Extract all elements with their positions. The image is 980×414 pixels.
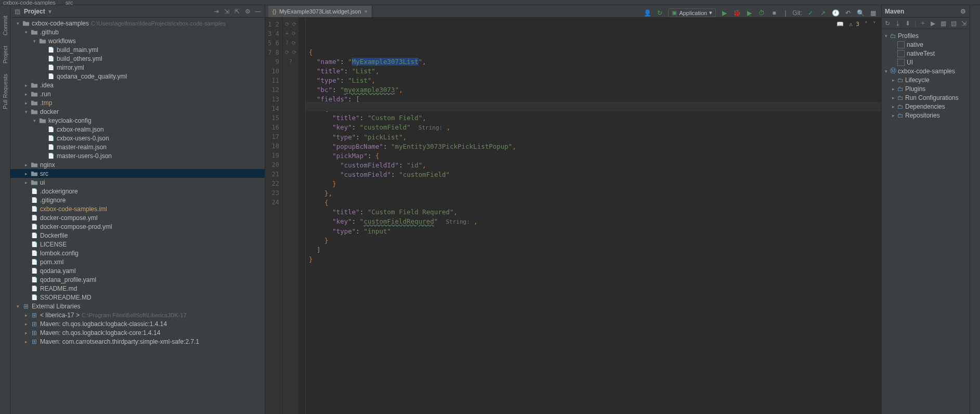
gear-icon[interactable]: ⚙ [959, 8, 966, 15]
git-rollback-icon[interactable]: ↶ [844, 9, 852, 17]
tree-row[interactable]: ▾⊞External Libraries [10, 302, 265, 310]
tree-row[interactable]: 📄cxbox-users-0.json [10, 134, 265, 143]
tree-row[interactable]: 📄docker-compose-prod.yml [10, 222, 265, 231]
folder-icon: 🗀 [890, 32, 896, 40]
tree-row[interactable]: 📄master-realm.json [10, 143, 265, 151]
close-tab-icon[interactable]: × [364, 8, 368, 15]
tree-row[interactable]: ▾cxbox-code-samplesC:\Users\agelfman\Ide… [10, 19, 265, 28]
generate-sources-icon[interactable]: ⭳ [894, 20, 901, 27]
collapse-icon[interactable]: ⇲ [960, 20, 968, 27]
git-push-icon[interactable]: ↗ [819, 9, 827, 17]
sync-icon[interactable]: ↻ [656, 9, 664, 17]
maven-tree[interactable]: ▾🗀Profiles native nativeTest UI ▾Ⓜcxbox-… [882, 29, 970, 122]
toggle-offline-icon[interactable]: ▦ [940, 20, 947, 27]
checkbox[interactable] [897, 41, 905, 48]
checkbox[interactable] [897, 59, 905, 66]
reload-icon[interactable]: ↻ [884, 20, 891, 27]
tree-row[interactable]: 📄cxbox-realm.json [10, 125, 265, 134]
pull-requests-tool[interactable]: Pull Requests [2, 74, 8, 109]
file-icon: 📄 [47, 73, 55, 79]
tree-row[interactable]: ▸⊞Maven: com.carrotsearch.thirdparty:sim… [10, 337, 265, 346]
gear-icon[interactable]: ⚙ [244, 8, 251, 15]
run-maven-icon[interactable]: ▶ [930, 20, 937, 27]
stop-icon[interactable]: ■ [770, 9, 778, 17]
fold-icon [30, 179, 38, 186]
commit-tool[interactable]: Commit [2, 16, 8, 35]
tree-row[interactable]: ▸ui [10, 178, 265, 187]
tree-row[interactable]: ▸src [10, 169, 265, 178]
ide-settings-icon[interactable]: ▦ [869, 9, 877, 17]
chevron-up-icon[interactable]: ˄ [865, 20, 868, 29]
tree-row[interactable]: 📄README.md [10, 284, 265, 293]
run-coverage-icon[interactable]: ▶̤ [745, 9, 753, 17]
tree-row[interactable]: ▸nginx [10, 160, 265, 169]
reader-mode-icon[interactable]: 📖 [837, 20, 844, 29]
tree-row[interactable]: 📄pom.xml [10, 257, 265, 266]
debug-icon[interactable]: 🐞 [733, 9, 741, 17]
tree-row[interactable]: ▾workflows [10, 36, 265, 45]
chevron-down-icon[interactable]: ˅ [873, 20, 876, 29]
tree-row[interactable]: 📄.gitignore [10, 196, 265, 204]
maven-item[interactable]: ▸🗀Plugins [883, 84, 969, 93]
tree-row[interactable]: ▸.run [10, 89, 265, 98]
tree-row[interactable]: ▾.github [10, 28, 265, 36]
user-icon[interactable]: 👤 [643, 9, 651, 17]
left-tool-strip: Commit Project Pull Requests [0, 5, 10, 414]
search-icon[interactable]: 🔍 [856, 9, 865, 17]
crumb-project[interactable]: cxbox-code-samples [3, 0, 56, 6]
tree-row[interactable]: ▸.idea [10, 81, 265, 89]
project-tree[interactable]: ▾cxbox-code-samplesC:\Users\agelfman\Ide… [10, 18, 265, 414]
tree-row[interactable]: 📄qodana.yaml [10, 266, 265, 275]
git-update-icon[interactable]: ✓ [806, 9, 815, 17]
project-tool[interactable]: Project [2, 46, 8, 63]
code-editor[interactable]: 📖 ⚠ 3 ˄ ˅ { "name": "MyExample3073List",… [306, 18, 881, 414]
show-deps-icon[interactable]: ▤ [950, 20, 958, 27]
editor-tab[interactable]: {} MyExample3073List.widget.json × [268, 6, 372, 17]
tree-row[interactable]: ▸⊞Maven: ch.qos.logback:logback-core:1.4… [10, 328, 265, 337]
file-icon: 📄 [30, 206, 38, 212]
tree-row[interactable]: 📄lombok.config [10, 249, 265, 257]
maven-panel: Maven ⚙ ↻ ⭳ ⬇ | ＋ ▶ ▦ ▤ ⇲ ▾🗀Profiles nat… [881, 5, 970, 414]
maven-item[interactable]: ▸🗀Lifecycle [883, 75, 969, 84]
tree-row[interactable]: ▸⊞Maven: ch.qos.logback:logback-classic:… [10, 319, 265, 328]
tree-row[interactable]: 📄docker-compose.yml [10, 213, 265, 222]
file-icon: 📄 [30, 259, 38, 265]
tree-row[interactable]: 📄qodana_profile.yaml [10, 275, 265, 284]
tree-row[interactable]: 📄build_others.yml [10, 54, 265, 63]
fold-icon [30, 90, 38, 98]
git-history-icon[interactable]: 🕘 [831, 9, 840, 17]
checkbox[interactable] [897, 50, 905, 57]
lib-icon: ⊞ [30, 338, 38, 345]
tree-row[interactable]: ▾docker [10, 107, 265, 116]
tree-row[interactable]: 📄SSOREADME.MD [10, 293, 265, 302]
maven-item[interactable]: ▸🗀Run Configurations [883, 93, 969, 102]
tree-row[interactable]: ▸⊞< liberica-17 >C:\Program Files\BellSo… [10, 310, 265, 319]
tree-row[interactable]: 📄mirror.yml [10, 63, 265, 72]
lib-icon: ⊞ [30, 320, 38, 328]
tree-row[interactable]: 📄LICENSE [10, 240, 265, 249]
download-icon[interactable]: ⬇ [904, 20, 911, 27]
tree-row[interactable]: 📄Dockerfile [10, 231, 265, 240]
file-icon: 📄 [30, 224, 38, 229]
tree-row[interactable]: 📄master-users-0.json [10, 151, 265, 160]
tree-row[interactable]: 📄build_main.yml [10, 45, 265, 54]
hide-icon[interactable]: — [254, 8, 262, 15]
tree-row[interactable]: 📄cxbox-code-samples.iml [10, 204, 265, 213]
run-configuration[interactable]: ▣ Application ▾ [668, 8, 716, 17]
project-panel: ▤ Project ▾ ⇥ ⇲ ⇱ ⚙ — ▾cxbox-code-sample… [10, 5, 265, 414]
run-icon[interactable]: ▶ [720, 9, 728, 17]
collapse-all-icon[interactable]: ⇱ [233, 8, 241, 15]
crumb-folder[interactable]: src [66, 0, 73, 6]
tree-row[interactable]: 📄qodana_code_quality.yml [10, 72, 265, 81]
profile-icon[interactable]: ⏱ [757, 9, 766, 17]
maven-item[interactable]: ▸🗀Dependencies [883, 102, 969, 111]
maven-item[interactable]: ▸🗀Repositories [883, 111, 969, 120]
select-opened-icon[interactable]: ⇥ [213, 8, 220, 15]
expand-all-icon[interactable]: ⇲ [223, 8, 230, 15]
tree-row[interactable]: ▸.tmp [10, 98, 265, 107]
tree-row[interactable]: 📄.dockerignore [10, 187, 265, 196]
tree-row[interactable]: ▾keycloak-config [10, 116, 265, 125]
warnings-badge[interactable]: ⚠ 3 [849, 20, 859, 29]
project-icon: ▤ [14, 8, 21, 15]
add-icon[interactable]: ＋ [919, 20, 926, 27]
